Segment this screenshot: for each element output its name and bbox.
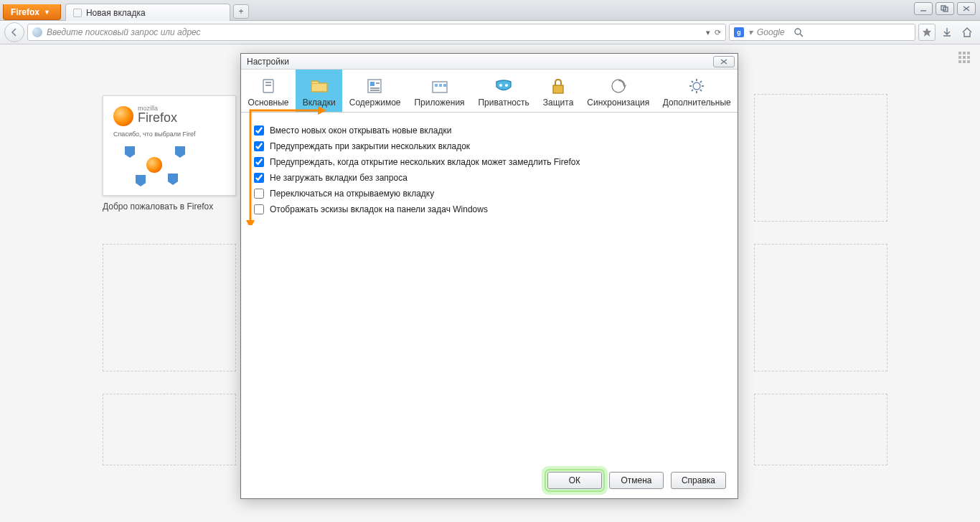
google-icon: g <box>734 27 744 37</box>
dialog-titlebar[interactable]: Настройки <box>241 54 738 70</box>
category-label: Защита <box>543 98 574 108</box>
option-label: Предупреждать при закрытии нескольких вк… <box>270 141 470 151</box>
downloads-button[interactable] <box>938 24 956 41</box>
plus-icon: + <box>238 6 243 16</box>
option-taskbar-thumbnails[interactable]: Отображать эскизы вкладок на панели зада… <box>254 201 725 217</box>
svg-rect-14 <box>370 82 374 86</box>
tab-new[interactable]: Новая вкладка <box>65 4 230 21</box>
svg-line-32 <box>692 81 693 82</box>
lock-icon <box>547 76 569 96</box>
category-tabs[interactable]: Вкладки <box>296 70 342 112</box>
help-button[interactable]: Справка <box>671 472 726 489</box>
option-open-tabs-not-windows[interactable]: Вместо новых окон открывать новые вкладк… <box>254 123 725 138</box>
search-box[interactable]: g ▾ Google <box>729 24 915 41</box>
tile-caption: Добро пожаловать в Firefox <box>103 201 236 212</box>
maximize-button[interactable] <box>936 2 954 15</box>
speed-dial-placeholder[interactable] <box>754 244 887 371</box>
firefox-logo-icon <box>146 157 162 173</box>
category-label: Приложения <box>414 98 464 108</box>
maximize-icon <box>941 5 949 12</box>
option-label: Отображать эскизы вкладок на панели зада… <box>270 204 488 214</box>
checkbox[interactable] <box>254 189 264 199</box>
category-privacy[interactable]: Приватность <box>471 70 536 112</box>
back-arrow-icon <box>9 27 20 38</box>
close-button[interactable] <box>957 2 976 15</box>
minimize-button[interactable] <box>914 2 933 15</box>
svg-line-35 <box>700 81 702 82</box>
sync-icon <box>608 76 629 96</box>
folder-icon <box>308 76 330 96</box>
search-icon[interactable] <box>793 27 804 37</box>
reload-icon[interactable]: ⟳ <box>715 28 721 37</box>
category-advanced[interactable]: Дополнительные <box>656 70 738 112</box>
speed-dial-placeholder[interactable] <box>103 394 236 465</box>
navigation-bar: Введите поисковый запрос или адрес ▾ ⟳ g… <box>0 21 980 44</box>
search-placeholder-text: Google <box>757 27 785 37</box>
firefox-menu-label: Firefox <box>11 7 39 17</box>
option-warn-close-multiple[interactable]: Предупреждать при закрытии нескольких вк… <box>254 138 725 154</box>
shield-icon <box>125 146 135 158</box>
category-content[interactable]: Содержимое <box>342 70 407 112</box>
home-button[interactable] <box>958 24 976 41</box>
speed-dial-tile-welcome[interactable]: mozilla Firefox Спасибо, что выбрали Fir… <box>103 95 236 212</box>
svg-marker-7 <box>923 28 931 37</box>
home-icon <box>961 27 973 38</box>
option-label: Предупреждать, когда открытие нескольких… <box>270 157 580 167</box>
category-label: Вкладки <box>303 98 336 108</box>
cancel-button[interactable]: Отмена <box>609 472 664 489</box>
settings-body: Вместо новых окон открывать новые вкладк… <box>241 113 738 467</box>
minimize-icon <box>919 5 928 12</box>
bookmark-menu-button[interactable] <box>918 24 936 41</box>
category-label: Синхронизация <box>587 98 649 108</box>
svg-point-5 <box>795 29 801 34</box>
url-bar[interactable]: Введите поисковый запрос или адрес ▾ ⟳ <box>27 24 726 41</box>
ok-button[interactable]: ОК <box>547 472 602 489</box>
speed-dial-placeholder[interactable] <box>754 394 887 465</box>
general-icon <box>258 76 279 96</box>
back-button[interactable] <box>4 22 24 42</box>
dropdown-marker-icon[interactable]: ▾ <box>706 28 710 37</box>
option-dont-load-until-selected[interactable]: Не загружать вкладки без запроса <box>254 170 725 186</box>
checkbox[interactable] <box>254 173 264 183</box>
svg-rect-21 <box>443 84 446 87</box>
svg-line-6 <box>800 34 803 37</box>
checkbox[interactable] <box>254 157 264 167</box>
browser-top-bar: Firefox ▼ Новая вкладка + <box>0 0 980 21</box>
tile-heading: Firefox <box>138 110 177 125</box>
tab-title: Новая вкладка <box>86 8 146 18</box>
search-engine-dropdown-icon[interactable]: ▾ <box>748 27 753 37</box>
dialog-close-button[interactable] <box>713 56 735 67</box>
mask-icon <box>493 76 514 96</box>
tiles-toggle-icon[interactable] <box>958 52 970 63</box>
checkbox[interactable] <box>254 204 264 214</box>
option-warn-slow-many-tabs[interactable]: Предупреждать, когда открытие нескольких… <box>254 154 725 170</box>
svg-rect-19 <box>435 84 438 87</box>
svg-rect-10 <box>263 80 273 92</box>
option-switch-to-opened-tab[interactable]: Переключаться на открываемую вкладку <box>254 186 725 201</box>
option-label: Переключаться на открываемую вкладку <box>270 189 434 199</box>
settings-dialog: Настройки Основные Вкладки Содержимое <box>240 53 738 499</box>
option-label: Не загружать вкладки без запроса <box>270 173 407 183</box>
speed-dial-placeholder[interactable] <box>754 94 887 222</box>
tile-thumbnail: mozilla Firefox Спасибо, что выбрали Fir… <box>103 95 236 196</box>
category-label: Содержимое <box>349 98 401 108</box>
checkbox[interactable] <box>254 141 264 151</box>
close-icon <box>962 5 971 12</box>
checkbox[interactable] <box>254 125 264 136</box>
dialog-footer: ОК Отмена Справка <box>241 467 738 498</box>
chevron-down-icon: ▼ <box>44 9 50 16</box>
category-general[interactable]: Основные <box>241 70 296 112</box>
svg-line-34 <box>692 90 693 91</box>
category-applications[interactable]: Приложения <box>407 70 471 112</box>
option-label: Вместо новых окон открывать новые вкладк… <box>270 125 451 136</box>
svg-point-22 <box>499 84 502 87</box>
firefox-menu-button[interactable]: Firefox ▼ <box>3 4 61 20</box>
category-sync[interactable]: Синхронизация <box>580 70 656 112</box>
new-tab-button[interactable]: + <box>233 4 249 19</box>
globe-icon <box>32 27 42 37</box>
category-security[interactable]: Защита <box>536 70 580 112</box>
dialog-title: Настройки <box>247 57 289 67</box>
speed-dial-placeholder[interactable] <box>103 244 236 371</box>
download-icon <box>941 27 953 38</box>
new-tab-icon <box>73 9 82 17</box>
